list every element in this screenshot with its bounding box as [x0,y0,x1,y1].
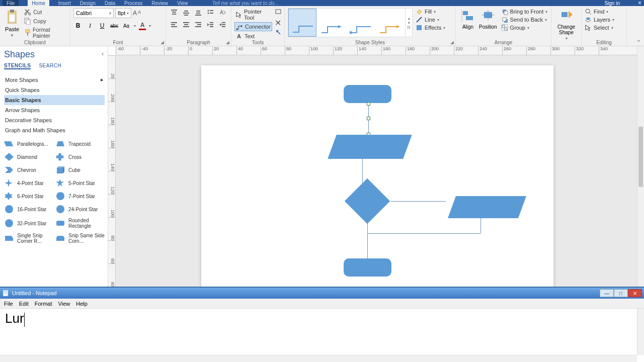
change-case-button[interactable]: Aa [122,21,131,30]
conn-handle-mid[interactable] [367,117,370,120]
increase-indent-button[interactable] [217,20,227,29]
shape-star7[interactable]: 7-Point Star [55,192,105,201]
connector-2[interactable] [362,159,363,184]
cat-arrow-shapes[interactable]: Arrow Shapes [4,105,105,115]
fill-button[interactable]: Fill▾ [416,8,445,15]
gallery-down-icon[interactable]: ▾ [408,21,410,25]
tool-close-button[interactable]: ✕ [274,18,282,28]
underline-button[interactable]: U [98,21,107,30]
align-center-button[interactable] [181,20,191,29]
cut-button[interactable]: Cut [23,8,67,16]
gallery-up-icon[interactable]: ▴ [408,16,410,21]
connector-4a[interactable] [480,218,481,233]
menu-data[interactable]: Data [105,1,115,6]
menu-design[interactable]: Design [80,1,96,6]
text-direction-button[interactable]: A [217,8,227,17]
layers-button[interactable]: Layers ▾ [585,16,623,23]
shrink-font-button[interactable]: A [138,10,141,17]
menu-file[interactable]: File [3,0,19,6]
connector-tool-button[interactable]: Connector [234,22,272,31]
np-menu-view[interactable]: View [58,301,70,307]
notepad-maximize-button[interactable]: □ [614,289,628,297]
shape-chev[interactable]: Chevron [4,165,53,174]
tell-me[interactable]: Tell me what you want to do... [212,1,279,6]
menu-view[interactable]: View [177,1,188,6]
shape-snip2[interactable]: Snip Same Side Corn... [55,233,105,244]
shape-rrect[interactable]: Rounded Rectangle [55,218,105,229]
panel-tab-search[interactable]: SEARCH [39,63,61,69]
align-right-button[interactable] [193,20,203,29]
text-tool-button[interactable]: AText [234,32,272,40]
shape-start[interactable] [344,85,391,103]
shape-dia[interactable]: Diamond [4,152,53,161]
style-gallery[interactable]: ▴ ▾ ⊟ [288,8,413,37]
pointer-tool-button[interactable]: Pointer Tool [234,8,272,21]
shape-star4[interactable]: 4-Point Star [4,178,53,188]
font-color-button[interactable]: A [139,22,146,30]
notepad-editor[interactable]: Lur [0,309,644,362]
style-swatch-3[interactable] [347,9,375,37]
style-swatch-4[interactable] [376,9,404,37]
bullets-button[interactable] [205,8,215,17]
more-shapes-item[interactable]: More Shapes▸ [4,74,105,85]
panel-tab-stencils[interactable]: STENCILS [4,63,31,69]
align-left-button[interactable] [169,20,179,29]
change-shape-button[interactable]: Change Shape▾ [554,8,578,42]
shape-end[interactable] [344,258,391,277]
collapse-ribbon-icon[interactable]: ⌃ [636,39,641,46]
bold-button[interactable]: B [73,21,83,30]
shape-star24[interactable]: 24-Point Star [55,205,105,214]
notepad-vscroll[interactable] [637,309,644,355]
copy-button[interactable]: Copy [23,17,67,25]
shape-output[interactable] [448,196,526,218]
connector-4b[interactable] [367,233,480,234]
menu-review[interactable]: Review [151,1,168,6]
menu-process[interactable]: Process [124,1,142,6]
cat-graph-math-shapes[interactable]: Graph and Math Shapes [4,125,105,135]
line-button[interactable]: Line▾ [416,16,445,23]
cat-quick-shapes[interactable]: Quick Shapes [4,85,105,95]
style-swatch-1[interactable] [288,9,316,37]
shape-star32[interactable]: 32-Point Star [4,218,53,229]
align-top-button[interactable] [169,8,179,17]
np-menu-edit[interactable]: Edit [19,301,29,307]
group-button[interactable]: Group ▾ [501,24,548,31]
shape-star5[interactable]: 5-Point Star [55,178,105,188]
strike-button[interactable]: abc [110,21,119,30]
np-menu-file[interactable]: File [4,301,13,307]
tool-extra-button[interactable] [274,29,282,38]
font-launcher-icon[interactable]: ◢ [160,40,164,45]
rectangle-tool-button[interactable] [274,8,282,17]
shape-snip1[interactable]: Single Snip Corner R... [4,233,53,244]
format-painter-button[interactable]: Format Painter [23,26,67,39]
notepad-minimize-button[interactable]: — [600,289,614,297]
drawing-page[interactable] [201,65,553,287]
shape-process[interactable] [328,135,412,159]
panel-collapse-icon[interactable]: ‹ [102,50,104,57]
signin-link[interactable]: Sign in [604,1,620,6]
connector-5[interactable] [367,216,368,259]
align-bottom-button[interactable] [193,8,203,17]
np-menu-help[interactable]: Help [76,301,88,307]
italic-button[interactable]: I [86,21,95,30]
canvas[interactable] [116,55,644,287]
cat-decorative-shapes[interactable]: Decorative Shapes [4,115,105,125]
paste-button[interactable]: Paste ▼ [3,8,21,39]
decrease-indent-button[interactable] [205,20,215,29]
send-to-back-button[interactable]: Send to Back ▾ [501,16,548,23]
cat-basic-shapes[interactable]: Basic Shapes [4,95,105,105]
shape-para[interactable]: Parallelogra... [4,139,53,148]
connector-3[interactable] [390,201,446,202]
conn-handle-start[interactable] [367,102,370,106]
menu-home[interactable]: Home [28,0,49,6]
shape-star16[interactable]: 16-Point Star [4,205,53,214]
align-middle-button[interactable] [181,8,191,17]
notepad-titlebar[interactable]: Untitled - Notepad — □ ✕ [0,288,644,299]
gallery-more-icon[interactable]: ⊟ [407,25,411,30]
style-swatch-2[interactable] [317,9,346,37]
grow-font-button[interactable]: A [133,10,137,17]
notepad-hscroll[interactable] [0,355,637,362]
font-size-select[interactable]: 8pt▾ [115,8,131,18]
vertical-scrollbar[interactable] [637,46,644,287]
paragraph-launcher-icon[interactable]: ◢ [226,40,229,45]
